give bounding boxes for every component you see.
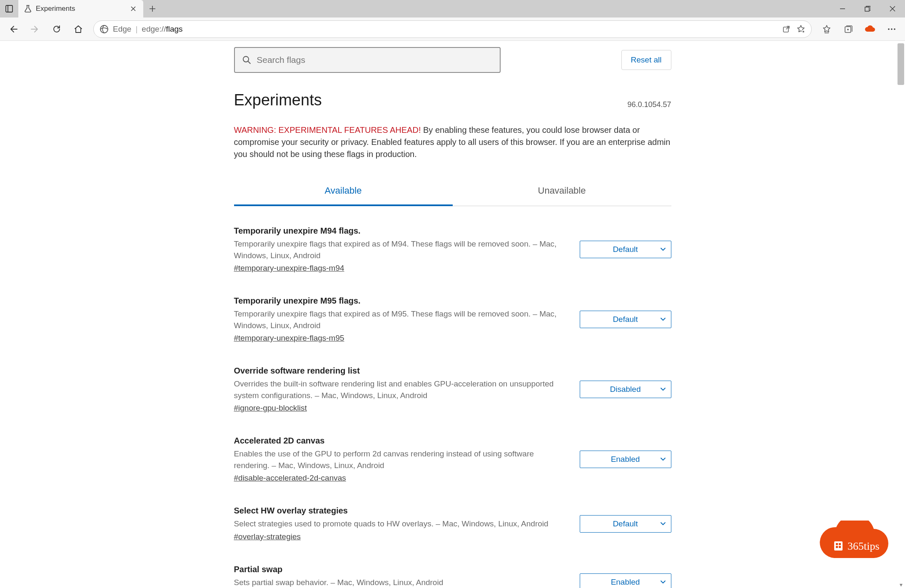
flag-row: Temporarily unexpire M95 flags. Temporar… (234, 296, 671, 343)
ellipsis-icon (888, 28, 896, 30)
search-input[interactable] (257, 55, 492, 65)
flag-description: Enables the use of the GPU to perform 2d… (234, 448, 570, 471)
refresh-button[interactable] (47, 19, 67, 39)
menu-button[interactable] (882, 19, 902, 39)
open-external-button[interactable] (782, 25, 790, 33)
plus-icon (150, 6, 155, 12)
favorites-button[interactable] (817, 19, 837, 39)
svg-rect-18 (839, 546, 841, 548)
chevron-down-icon (660, 457, 666, 461)
flag-description: Select strategies used to promote quads … (234, 518, 570, 530)
flag-select[interactable]: Enabled (580, 573, 671, 588)
window-controls (830, 0, 905, 17)
edge-icon (100, 25, 109, 34)
search-flags-box[interactable] (234, 47, 501, 73)
new-tab-button[interactable] (143, 0, 162, 17)
scroll-down-button[interactable]: ▾ (898, 581, 904, 588)
flag-select-value: Enabled (611, 455, 640, 464)
flag-title: Temporarily unexpire M94 flags. (234, 226, 570, 236)
home-button[interactable] (68, 19, 88, 39)
flag-title: Select HW overlay strategies (234, 506, 570, 516)
collections-icon (844, 25, 853, 34)
tab-unavailable[interactable]: Unavailable (453, 178, 671, 206)
forward-button[interactable] (25, 19, 45, 39)
flag-select-value: Default (613, 519, 638, 528)
flag-title: Partial swap (234, 565, 570, 574)
flag-anchor-link[interactable]: #ignore-gpu-blocklist (234, 404, 307, 412)
browser-tab[interactable]: Experiments (18, 0, 143, 17)
flask-icon (24, 5, 32, 13)
browser-toolbar: Edge|edge://flags (0, 17, 905, 41)
tab-actions-button[interactable] (0, 0, 18, 17)
arrow-right-icon (30, 25, 40, 34)
flag-row: Accelerated 2D canvas Enables the use of… (234, 436, 671, 483)
svg-point-11 (894, 28, 895, 30)
tab-strip: Available Unavailable (234, 178, 671, 206)
flag-select-value: Disabled (610, 385, 641, 394)
flag-row: Partial swap Sets partial swap behavior.… (234, 565, 671, 588)
tab-available[interactable]: Available (234, 178, 453, 206)
tab-actions-icon (5, 5, 13, 12)
badge-text: 365tips (848, 540, 880, 552)
tab-title: Experiments (36, 5, 75, 13)
svg-rect-15 (836, 543, 838, 545)
refresh-icon (52, 25, 61, 34)
maximize-icon (865, 6, 870, 12)
page-content: ▴ ▾ Reset all Experiments 96.0.1054.57 W… (0, 41, 905, 588)
chevron-down-icon (660, 247, 666, 252)
scrollbar-thumb[interactable] (898, 43, 904, 85)
svg-point-9 (888, 28, 890, 30)
chevron-down-icon (660, 387, 666, 391)
chevron-down-icon (660, 317, 666, 321)
flag-select[interactable]: Disabled (580, 381, 671, 398)
page-title: Experiments (234, 91, 322, 109)
flag-title: Temporarily unexpire M95 flags. (234, 296, 570, 306)
flag-select[interactable]: Default (580, 515, 671, 533)
flag-description: Overrides the built-in software renderin… (234, 378, 570, 401)
flag-select-value: Default (613, 315, 638, 324)
flag-description: Sets partial swap behavior. – Mac, Windo… (234, 577, 570, 588)
warning-text: WARNING: EXPERIMENTAL FEATURES AHEAD! By… (234, 124, 671, 160)
flags-list: Temporarily unexpire M94 flags. Temporar… (234, 226, 671, 588)
close-icon (131, 6, 136, 11)
flag-select-value: Enabled (611, 578, 640, 587)
flag-select[interactable]: Default (580, 241, 671, 258)
flag-anchor-link[interactable]: #disable-accelerated-2d-canvas (234, 473, 346, 482)
flag-row: Override software rendering list Overrid… (234, 366, 671, 413)
flag-row: Select HW overlay strategies Select stra… (234, 506, 671, 541)
svg-point-4 (100, 25, 108, 33)
arrow-left-icon (9, 25, 18, 34)
flag-anchor-link[interactable]: #temporary-unexpire-flags-m94 (234, 264, 344, 272)
minimize-button[interactable] (830, 0, 855, 17)
close-window-button[interactable] (880, 0, 905, 17)
flag-anchor-link[interactable]: #temporary-unexpire-flags-m95 (234, 334, 344, 342)
address-text: Edge|edge://flags (113, 25, 183, 34)
warning-strong: WARNING: EXPERIMENTAL FEATURES AHEAD! (234, 125, 421, 135)
svg-line-13 (248, 62, 250, 64)
back-button[interactable] (3, 19, 23, 39)
search-icon (242, 55, 251, 65)
watermark-badge: 365tips (818, 521, 888, 567)
star-lines-icon (822, 25, 831, 34)
flag-select[interactable]: Default (580, 311, 671, 328)
version-label: 96.0.1054.57 (627, 100, 671, 109)
svg-rect-3 (865, 7, 869, 11)
chevron-down-icon (660, 522, 666, 526)
add-favorite-button[interactable] (796, 25, 805, 34)
chevron-down-icon (660, 580, 666, 584)
star-plus-icon (796, 25, 805, 34)
flag-select[interactable]: Enabled (580, 451, 671, 468)
flag-description: Temporarily unexpire flags that expired … (234, 308, 570, 331)
address-bar[interactable]: Edge|edge://flags (93, 20, 812, 38)
window-titlebar: Experiments (0, 0, 905, 17)
maximize-button[interactable] (855, 0, 880, 17)
svg-point-10 (891, 28, 893, 30)
svg-rect-16 (839, 543, 841, 545)
profile-button[interactable] (860, 19, 880, 39)
tab-close-button[interactable] (127, 3, 139, 15)
reset-all-button[interactable]: Reset all (621, 50, 671, 70)
minimize-icon (840, 6, 845, 12)
collections-button[interactable] (838, 19, 858, 39)
svg-rect-17 (836, 546, 838, 548)
flag-anchor-link[interactable]: #overlay-strategies (234, 532, 301, 541)
